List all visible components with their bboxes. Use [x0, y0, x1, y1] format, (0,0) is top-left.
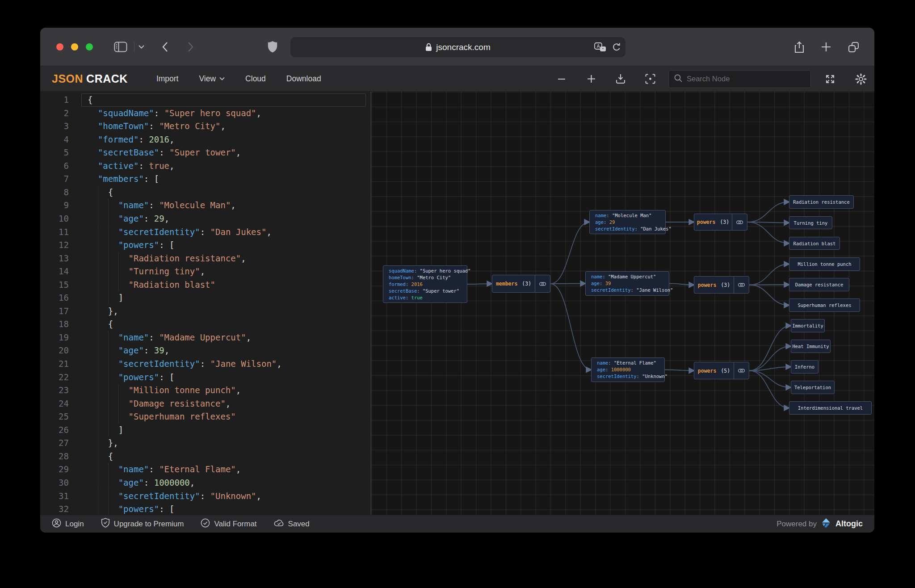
- code-line[interactable]: 30 "age": 1000000,: [40, 476, 370, 490]
- graph-node-l31[interactable]: Immortality: [791, 319, 825, 332]
- code-text: "Damage resistance",: [88, 397, 231, 411]
- status-item-upgrade-to-premium[interactable]: Upgrade to Premium: [101, 518, 184, 530]
- zoom-out-button[interactable]: [555, 66, 568, 92]
- graph-node-l21[interactable]: Million tonne punch: [789, 257, 860, 271]
- status-item-label: Upgrade to Premium: [114, 520, 184, 529]
- graph-node-members[interactable]: members(3): [492, 275, 550, 293]
- graph-node-l35[interactable]: Interdimensional travel: [789, 401, 872, 415]
- fullscreen-icon[interactable]: [823, 66, 837, 92]
- code-line[interactable]: 4 "formed": 2016,: [40, 133, 370, 147]
- node-row: age: 29: [595, 219, 660, 225]
- expand-link-button[interactable]: [734, 277, 749, 293]
- code-line[interactable]: 25 "Superhuman reflexes": [40, 410, 370, 424]
- code-line[interactable]: 8 {: [40, 186, 370, 199]
- code-line[interactable]: 23 "Million tonne punch",: [40, 384, 370, 397]
- cloud-check-icon: [274, 518, 284, 529]
- sidebar-toggle-icon[interactable]: [112, 28, 130, 66]
- center-view-button[interactable]: [643, 66, 657, 92]
- code-line[interactable]: 19 "name": "Madame Uppercut",: [40, 331, 370, 344]
- code-line[interactable]: 13 "Radiation resistance",: [40, 252, 370, 265]
- code-line[interactable]: 28 {: [40, 450, 370, 463]
- code-line[interactable]: 5 "secretBase": "Super tower",: [40, 146, 370, 160]
- code-line[interactable]: 17 },: [40, 305, 370, 318]
- shield-check-icon: [101, 518, 110, 530]
- line-number: 31: [40, 490, 69, 503]
- status-item-login[interactable]: Login: [52, 518, 84, 530]
- new-tab-icon[interactable]: [818, 28, 834, 66]
- code-line[interactable]: 24 "Damage resistance",: [40, 397, 370, 411]
- download-image-button[interactable]: [614, 66, 627, 92]
- menu-item-download[interactable]: Download: [286, 74, 321, 84]
- expand-link-button[interactable]: [734, 362, 749, 379]
- search-node-input[interactable]: [687, 75, 805, 83]
- code-line[interactable]: 7 "members": [: [40, 172, 370, 186]
- code-text: ]: [88, 291, 123, 305]
- code-line[interactable]: 12 "powers": [: [40, 239, 370, 252]
- expand-link-button[interactable]: [535, 275, 550, 292]
- code-line[interactable]: 27 },: [40, 437, 370, 450]
- code-line[interactable]: 9 "name": "Molecule Man",: [40, 199, 370, 212]
- menu-item-cloud[interactable]: Cloud: [245, 74, 266, 84]
- code-line[interactable]: 1{: [40, 93, 370, 107]
- address-bar[interactable]: jsoncrack.com A *: [290, 37, 625, 57]
- graph-node-l12[interactable]: Turning tiny: [789, 216, 832, 229]
- graph-node-l33[interactable]: Inferno: [791, 360, 818, 374]
- graph-node-l34[interactable]: Teleportation: [791, 381, 835, 394]
- menu-item-view[interactable]: View: [199, 74, 225, 84]
- code-line[interactable]: 15 "Radiation blast": [40, 278, 370, 292]
- code-line[interactable]: 10 "age": 29,: [40, 212, 370, 226]
- code-line[interactable]: 29 "name": "Eternal Flame",: [40, 463, 370, 476]
- privacy-shield-icon[interactable]: [264, 28, 281, 66]
- code-line[interactable]: 6 "active": true,: [40, 160, 370, 173]
- status-item-label: Saved: [288, 520, 310, 529]
- leaf-text: Interdimensional travel: [798, 405, 863, 411]
- graph-node-p2[interactable]: powers(3): [694, 276, 749, 294]
- forward-button[interactable]: [184, 28, 197, 66]
- code-line[interactable]: 14 "Turning tiny",: [40, 265, 370, 278]
- graph-node-l11[interactable]: Radiation resistance: [789, 195, 854, 209]
- jsoncrack-logo[interactable]: JSON CRACK: [52, 72, 128, 85]
- settings-gear-icon[interactable]: [853, 66, 869, 92]
- code-line[interactable]: 16 ]: [40, 291, 370, 305]
- graph-node-p3[interactable]: powers(5): [694, 362, 749, 379]
- json-editor[interactable]: 1{2 "squadName": "Super hero squad",3 "h…: [40, 92, 371, 515]
- back-button[interactable]: [158, 28, 172, 66]
- code-line[interactable]: 3 "homeTown": "Metro City",: [40, 120, 370, 133]
- line-number: 28: [40, 450, 69, 463]
- chevron-down-icon[interactable]: [136, 28, 147, 66]
- code-line[interactable]: 31 "secretIdentity": "Unknown",: [40, 490, 370, 503]
- minimize-window-button[interactable]: [71, 43, 78, 50]
- translate-icon[interactable]: A *: [594, 42, 607, 52]
- graph-node-root[interactable]: squadName: "Super hero squad"homeTown: "…: [383, 265, 467, 303]
- code-line[interactable]: 26 ]: [40, 424, 370, 437]
- code-line[interactable]: 11 "secretIdentity": "Dan Jukes",: [40, 226, 370, 239]
- share-icon[interactable]: [792, 28, 807, 66]
- code-line[interactable]: 2 "squadName": "Super hero squad",: [40, 107, 370, 120]
- menu-item-import[interactable]: Import: [156, 74, 179, 84]
- code-line[interactable]: 20 "age": 39,: [40, 344, 370, 357]
- graph-node-m2[interactable]: name: "Madame Uppercut"age: 39secretIden…: [585, 271, 669, 296]
- line-number: 32: [40, 503, 69, 515]
- zoom-window-button[interactable]: [86, 43, 93, 50]
- graph-node-l23[interactable]: Superhuman reflexes: [789, 298, 860, 312]
- code-line[interactable]: 32 "powers": [: [40, 503, 370, 515]
- code-line[interactable]: 18 {: [40, 318, 370, 331]
- code-line[interactable]: 21 "secretIdentity": "Jane Wilson",: [40, 357, 370, 371]
- reload-icon[interactable]: [612, 42, 621, 52]
- graph-canvas[interactable]: squadName: "Super hero squad"homeTown: "…: [371, 92, 874, 515]
- graph-node-p1[interactable]: powers(3): [694, 214, 747, 231]
- tab-overview-icon[interactable]: [845, 28, 861, 66]
- graph-node-m3[interactable]: name: "Eternal Flame"age: 1000000secretI…: [591, 357, 665, 382]
- graph-node-l22[interactable]: Damage resistance: [789, 278, 849, 291]
- graph-node-l32[interactable]: Heat Immunity: [791, 340, 831, 353]
- code-line[interactable]: 22 "powers": [: [40, 371, 370, 384]
- code-text: "age": 39,: [88, 344, 169, 357]
- zoom-in-button[interactable]: [584, 66, 598, 92]
- expand-link-button[interactable]: [732, 214, 747, 230]
- code-text: "secretIdentity": "Dan Jukes",: [88, 226, 272, 239]
- altogic-brand-text[interactable]: Altogic: [835, 519, 863, 529]
- line-number: 17: [40, 305, 69, 318]
- graph-node-m1[interactable]: name: "Molecule Man"age: 29secretIdentit…: [589, 210, 666, 234]
- graph-node-l13[interactable]: Radiation blast: [789, 237, 840, 250]
- close-window-button[interactable]: [56, 43, 63, 50]
